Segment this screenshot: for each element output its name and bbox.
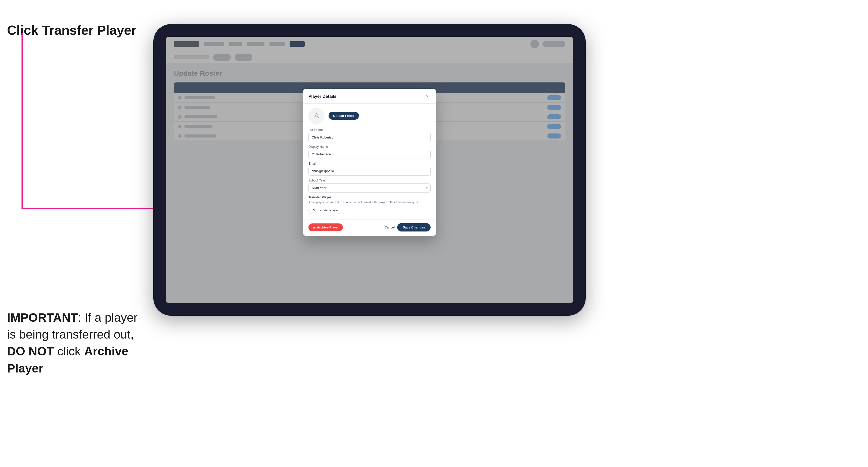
transfer-player-button[interactable]: ↻ Transfer Player xyxy=(308,207,342,214)
modal-title: Player Details xyxy=(308,94,337,99)
modal-footer: ⏏ Archive Player Cancel Save Changes xyxy=(303,219,436,236)
do-not-label: DO NOT xyxy=(7,345,54,358)
player-details-modal: Player Details × Uploa xyxy=(303,89,436,236)
school-year-group: School Year Sixth Year First Year Second… xyxy=(308,179,431,192)
modal-header: Player Details × xyxy=(303,89,436,103)
tablet-device: Update Roster xyxy=(153,24,586,316)
transfer-player-section: Transfer Player If this player has moved… xyxy=(308,195,431,214)
transfer-player-bold: Transfer Player xyxy=(42,23,136,37)
person-icon xyxy=(313,112,320,119)
cancel-button[interactable]: Cancel xyxy=(384,225,395,229)
email-input[interactable] xyxy=(308,167,431,176)
transfer-icon: ↻ xyxy=(312,208,315,212)
full-name-group: Full Name xyxy=(308,128,431,142)
display-name-input[interactable] xyxy=(308,150,431,159)
school-year-select[interactable]: Sixth Year First Year Second Year Third … xyxy=(308,184,431,192)
important-label: IMPORTANT xyxy=(7,311,78,324)
instruction-top: Click Transfer Player xyxy=(7,23,136,38)
do-not-after: click xyxy=(54,345,84,358)
school-year-label: School Year xyxy=(308,179,431,182)
click-text: Click xyxy=(7,23,42,37)
tablet-screen: Update Roster xyxy=(166,37,573,303)
archive-player-button[interactable]: ⏏ Archive Player xyxy=(308,223,343,231)
instruction-bottom: IMPORTANT: If a player is being transfer… xyxy=(7,309,148,377)
modal-close-button[interactable]: × xyxy=(424,93,431,100)
photo-upload-row: Upload Photo xyxy=(308,108,431,124)
save-changes-button[interactable]: Save Changes xyxy=(397,223,431,231)
modal-overlay: Player Details × Uploa xyxy=(166,37,573,303)
school-year-select-wrapper: Sixth Year First Year Second Year Third … xyxy=(308,184,431,192)
modal-body: Upload Photo Full Name Display Name xyxy=(303,103,436,219)
transfer-section-label: Transfer Player xyxy=(308,195,431,199)
transfer-section-description: If this player has moved to another scho… xyxy=(308,200,431,204)
upload-photo-button[interactable]: Upload Photo xyxy=(329,112,359,120)
email-group: Email xyxy=(308,162,431,176)
archive-icon: ⏏ xyxy=(312,225,315,229)
archive-btn-label: Archive Player xyxy=(317,226,339,229)
display-name-label: Display Name xyxy=(308,145,431,149)
full-name-label: Full Name xyxy=(308,128,431,132)
player-avatar-circle xyxy=(308,108,324,124)
svg-point-3 xyxy=(315,114,317,116)
transfer-btn-label: Transfer Player xyxy=(317,209,338,212)
display-name-group: Display Name xyxy=(308,145,431,159)
full-name-input[interactable] xyxy=(308,133,431,142)
email-label: Email xyxy=(308,162,431,165)
